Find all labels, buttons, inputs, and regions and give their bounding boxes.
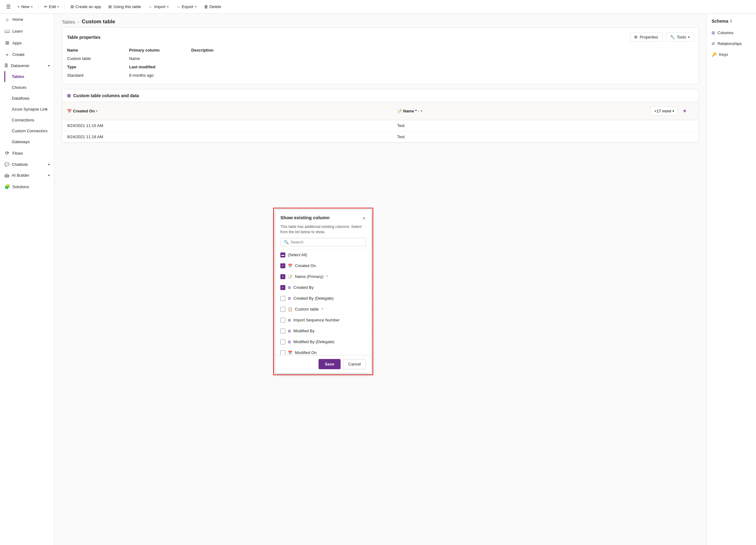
sidebar-item-learn[interactable]: 📖 Learn	[0, 25, 54, 37]
data-section: ⊞ Custom table columns and data 📅 Create…	[62, 89, 699, 143]
export-icon: →	[176, 4, 180, 9]
tools-button[interactable]: 🔧 Tools ▾	[666, 33, 694, 42]
save-button[interactable]: Save	[319, 359, 340, 369]
edit-icon: ✏	[44, 4, 48, 9]
sidebar-item-dataverse[interactable]: 🗄 Dataverse ▾	[0, 60, 54, 71]
checkbox-created-by-delegate[interactable]	[280, 296, 285, 301]
sidebar-item-tables[interactable]: Tables	[4, 71, 54, 82]
solutions-icon: 🧩	[4, 184, 10, 189]
sidebar-item-apps[interactable]: ⊞ Apps	[0, 37, 54, 49]
checkbox-select-all[interactable]: ▬	[280, 252, 285, 257]
sidebar-item-ai-builder[interactable]: 🤖 AI Builder ▾	[0, 170, 54, 181]
cell-name-1: Test	[392, 120, 643, 131]
export-button[interactable]: → Export ▾	[173, 3, 200, 11]
sidebar-item-label: Dataflows	[12, 96, 29, 101]
sidebar-item-connections[interactable]: Connections	[4, 115, 54, 125]
more-chevron-icon: ▾	[672, 109, 674, 113]
schema-info-icon: ℹ	[730, 19, 732, 23]
list-item-created-by[interactable]: ✓ ⊞ Created By	[275, 282, 371, 293]
sidebar-item-home[interactable]: ⌂ Home	[0, 14, 54, 25]
list-item-modified-on[interactable]: 📅 Modified On	[275, 347, 371, 355]
sidebar-item-azure-synapse[interactable]: Azure Synapse Link	[4, 104, 54, 115]
schema-item-keys[interactable]: 🔑 Keys	[707, 49, 756, 60]
sidebar-item-label: Learn	[12, 29, 23, 34]
sidebar-item-label: Custom Connectors	[12, 129, 48, 133]
chatbots-icon: 💬	[4, 162, 9, 167]
sidebar-item-gateways[interactable]: Gateways	[4, 136, 54, 147]
learn-icon: 📖	[4, 28, 10, 34]
search-input[interactable]	[291, 240, 363, 244]
sidebar-item-chatbots[interactable]: 💬 Chatbots ▾	[0, 159, 54, 170]
list-item-select-all[interactable]: ▬ (Select All)	[275, 250, 371, 261]
cell-created-on-1: 9/24/2021 11:15 AM	[62, 120, 392, 131]
col-header-created-on[interactable]: 📅 Created On ▾	[62, 102, 392, 120]
list-item-created-on[interactable]: ✓ 📅 Created On	[275, 261, 371, 271]
dialog-search-container: 🔍	[280, 238, 366, 246]
plus-icon: +	[17, 4, 20, 9]
edit-button[interactable]: ✏ Edit ▾	[41, 3, 62, 11]
col-actions-header: +17 more ▾ +	[643, 102, 699, 120]
schema-item-columns[interactable]: ⊞ Columns	[707, 27, 756, 38]
using-this-table-button[interactable]: ⊞ Using this table	[105, 3, 144, 11]
item-label: Modified By (Delegate)	[293, 339, 334, 344]
flows-icon: ⟳	[4, 150, 10, 156]
list-item-modified-by[interactable]: ⊞ Modified By	[275, 326, 371, 337]
add-column-button[interactable]: +	[679, 105, 690, 117]
list-item-modified-by-delegate[interactable]: ⊞ Modified By (Delegate)	[275, 337, 371, 347]
prop-description-label: Description	[191, 47, 694, 54]
created-on-icon: 📅	[288, 264, 292, 268]
list-item-custom-table[interactable]: 📋 Custom table *	[275, 304, 371, 315]
cell-extra-1	[643, 120, 699, 131]
delete-button[interactable]: 🗑 Delete	[201, 3, 224, 11]
properties-button[interactable]: ⚙ Properties	[630, 33, 662, 42]
dialog-subtitle: This table has additional existing colum…	[275, 224, 371, 238]
hamburger-icon[interactable]: ☰	[4, 1, 13, 12]
col-header-name[interactable]: 📝 Name * ↑ ▾	[392, 102, 643, 120]
list-item-name-primary[interactable]: ✓ 📝 Name (Primary) *	[275, 271, 371, 282]
sidebar-item-label: Flows	[12, 151, 23, 156]
schema-item-relationships[interactable]: ⇄ Relationships	[707, 38, 756, 49]
list-item-import-seq[interactable]: ⊞ Import Sequence Number	[275, 315, 371, 326]
dialog-close-button[interactable]: ×	[362, 215, 366, 222]
cell-created-on-2: 9/24/2021 11:18 AM	[62, 131, 392, 143]
keys-icon: 🔑	[712, 52, 717, 57]
col-label-created-on: Created On	[73, 109, 95, 113]
col-label-name: Name *	[403, 109, 417, 113]
breadcrumb-current: Custom table	[82, 19, 115, 25]
sidebar-item-label: Home	[12, 17, 23, 22]
sidebar-item-create[interactable]: + Create	[0, 49, 54, 60]
prop-last-modified-value: 8 months ago	[129, 72, 191, 79]
checkbox-modified-on[interactable]	[280, 350, 285, 355]
more-columns-button[interactable]: +17 more ▾	[650, 107, 678, 116]
prop-primary-col-value: Name	[129, 55, 191, 62]
sidebar-item-custom-connectors[interactable]: Custom Connectors	[4, 125, 54, 136]
checkbox-created-on[interactable]: ✓	[280, 263, 285, 268]
list-item-created-by-delegate[interactable]: ⊞ Created By (Delegate)	[275, 293, 371, 304]
new-button[interactable]: + New ▾	[14, 3, 36, 11]
checkbox-name-primary[interactable]: ✓	[280, 274, 285, 279]
toolbar-separator-2	[65, 4, 65, 10]
sidebar-item-choices[interactable]: Choices	[4, 82, 54, 93]
create-app-button[interactable]: ⊞ Create an app	[67, 3, 104, 11]
breadcrumb-parent[interactable]: Tables	[62, 19, 75, 25]
checkbox-custom-table[interactable]	[280, 307, 285, 312]
import-button[interactable]: ← Import ▾	[145, 3, 172, 11]
checkbox-import-seq[interactable]	[280, 318, 285, 323]
import-seq-icon: ⊞	[288, 318, 291, 322]
created-by-delegate-icon: ⊞	[288, 296, 291, 301]
tools-chevron-icon: ▾	[688, 35, 690, 39]
schema-item-label: Keys	[719, 52, 728, 57]
sidebar-item-label: Choices	[12, 85, 26, 90]
checkbox-modified-by-delegate[interactable]	[280, 339, 285, 344]
sidebar-item-solutions[interactable]: 🧩 Solutions	[0, 181, 54, 193]
properties-grid: Name Primary column Description Custom t…	[67, 47, 694, 79]
checkbox-mark: ▬	[281, 253, 284, 257]
schema-title: Schema ℹ	[707, 19, 756, 27]
created-on-col-icon: 📅	[67, 109, 72, 113]
sidebar-item-flows[interactable]: ⟳ Flows	[0, 147, 54, 159]
cancel-button[interactable]: Cancel	[343, 359, 366, 369]
checkbox-created-by[interactable]: ✓	[280, 285, 285, 290]
sidebar-item-dataflows[interactable]: Dataflows	[4, 93, 54, 104]
properties-icon: ⚙	[634, 35, 638, 39]
checkbox-modified-by[interactable]	[280, 329, 285, 334]
